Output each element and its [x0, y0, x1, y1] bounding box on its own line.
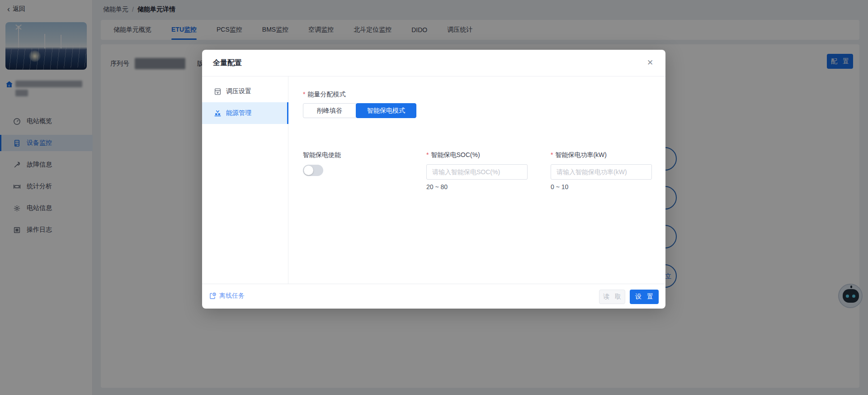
- enable-label: 智能保电使能: [303, 151, 341, 160]
- close-icon[interactable]: ✕: [645, 57, 656, 68]
- read-button[interactable]: 读 取: [599, 290, 625, 304]
- energy-mode-field-label: *能量分配模式: [303, 90, 345, 99]
- soc-input[interactable]: [426, 164, 528, 180]
- smart-backup-enable-field: 智能保电使能: [303, 151, 341, 176]
- required-asterisk: *: [303, 90, 305, 98]
- power-range-hint: 0 ~ 10: [551, 183, 652, 190]
- mode-option-peak-shaving[interactable]: 削峰填谷: [303, 103, 356, 118]
- modal-menu-label: 调压设置: [226, 87, 251, 95]
- power-label: *智能保电功率(kW): [551, 151, 652, 160]
- soc-range-hint: 20 ~ 80: [426, 183, 528, 190]
- modal-menu: 调压设置 能源管理: [202, 76, 288, 284]
- modal-footer: 离线任务 读 取 设 置: [202, 284, 665, 309]
- offline-task-icon: [209, 292, 217, 300]
- modal-menu-item-voltage-settings[interactable]: 调压设置: [202, 81, 288, 102]
- modal-header: 全量配置 ✕: [202, 50, 665, 76]
- mode-option-smart-backup[interactable]: 智能保电模式: [356, 103, 416, 118]
- app-screen: ‹ 返回 电站概览 设备监控 故障信息: [0, 0, 868, 395]
- power-input[interactable]: [551, 164, 652, 180]
- soc-label: *智能保电SOC(%): [426, 151, 528, 160]
- energy-icon: [214, 109, 222, 117]
- modal-menu-label: 能源管理: [226, 109, 251, 117]
- modal-content: *能量分配模式 削峰填谷 智能保电模式 智能保电使能 *智能保电SOC(%) 2…: [288, 76, 665, 284]
- offline-task-link[interactable]: 离线任务: [209, 292, 245, 300]
- energy-mode-segmented: 削峰填谷 智能保电模式: [303, 103, 416, 118]
- smart-backup-soc-field: *智能保电SOC(%) 20 ~ 80: [426, 151, 528, 190]
- modal-menu-item-energy-management[interactable]: 能源管理: [202, 102, 288, 124]
- offline-task-label: 离线任务: [219, 292, 245, 300]
- set-button[interactable]: 设 置: [630, 290, 659, 304]
- modal-title: 全量配置: [213, 58, 242, 68]
- toggle-knob: [304, 166, 313, 175]
- regulator-icon: [214, 88, 222, 95]
- smart-backup-enable-toggle[interactable]: [303, 165, 323, 176]
- full-config-modal: 全量配置 ✕ 调压设置 能源管理 *能量分配模式 削峰填谷 智能保电模式 智能保…: [202, 50, 665, 309]
- smart-backup-power-field: *智能保电功率(kW) 0 ~ 10: [551, 151, 652, 190]
